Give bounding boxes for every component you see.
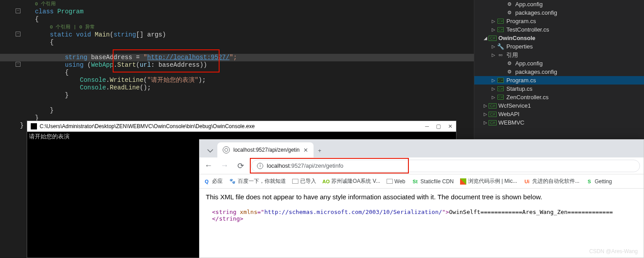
fold-icon[interactable]: − bbox=[16, 8, 20, 13]
fold-icon[interactable]: − bbox=[16, 62, 20, 67]
code-editor[interactable]: 0 个引用 − class Program { 0 个引用 | 0 异常 − s… bbox=[0, 0, 474, 133]
bookmark-icon bbox=[387, 179, 393, 184]
bookmark-icon: 🐾 bbox=[229, 178, 236, 185]
bookmark-label: Staticfile CDN bbox=[420, 178, 454, 185]
highlight-box bbox=[113, 49, 220, 73]
tree-item[interactable]: ▷C#Startup.cs bbox=[474, 85, 644, 93]
console-title-text: C:\Users\Administrator\Desktop\ZEN\WEBMV… bbox=[40, 123, 255, 129]
bookmark-label: 苏州诚隆OA系统 V... bbox=[331, 177, 380, 185]
caret-icon: ▷ bbox=[490, 27, 497, 32]
tree-item-label: Program.cs bbox=[506, 77, 536, 84]
close-icon[interactable]: ✕ bbox=[448, 123, 452, 129]
fold-icon[interactable]: − bbox=[16, 32, 20, 36]
xml-source: <string xmlns="http://schemas.microsoft.… bbox=[206, 209, 637, 222]
address-bar[interactable]: i localhost:9527/api/zen/getinfo bbox=[251, 160, 640, 172]
file-icon: ⚙ bbox=[505, 69, 514, 75]
file-icon: ⚙ bbox=[505, 10, 514, 16]
tree-item[interactable]: ▷C#WcfService1 bbox=[474, 101, 644, 110]
tree-item-label: OwinConsole bbox=[498, 35, 535, 41]
browser-content: This XML file does not appear to have an… bbox=[200, 189, 644, 226]
tree-item[interactable]: ⚙packages.config bbox=[474, 68, 644, 76]
tree-item-label: WcfService1 bbox=[498, 102, 531, 109]
tree-item[interactable]: ▷C#WEBMVC bbox=[474, 118, 644, 127]
forward-icon[interactable]: → bbox=[219, 161, 230, 170]
caret-icon: ▷ bbox=[490, 95, 497, 100]
bookmark-label: 必应 bbox=[212, 177, 223, 185]
tree-item-label: TestController.cs bbox=[506, 26, 549, 33]
file-icon: C# bbox=[497, 19, 505, 24]
caret-icon: ▷ bbox=[490, 44, 497, 49]
browser-menu-icon[interactable] bbox=[203, 148, 217, 154]
tree-item[interactable]: ▷C#WebAPI bbox=[474, 110, 644, 118]
tree-item[interactable]: ⚙App.config bbox=[474, 59, 644, 68]
browser-window: localhost:9527/api/zen/getin ✕ + ← → ⟳ i… bbox=[199, 139, 644, 258]
console-app-icon bbox=[31, 123, 37, 129]
caret-icon: ▷ bbox=[482, 120, 489, 125]
bookmark-label: 浏览代码示例 | Mic... bbox=[468, 177, 517, 185]
file-icon: C# bbox=[497, 86, 505, 91]
bookmark-item[interactable]: 浏览代码示例 | Mic... bbox=[460, 177, 517, 185]
back-icon[interactable]: ← bbox=[203, 161, 214, 170]
file-icon: C# bbox=[497, 27, 505, 32]
tree-item-label: Properties bbox=[506, 43, 533, 50]
site-info-icon[interactable]: i bbox=[257, 163, 263, 169]
bookmark-icon: Q bbox=[203, 178, 210, 185]
browser-tab[interactable]: localhost:9527/api/zen/getin ✕ bbox=[217, 142, 314, 157]
bookmark-icon: St bbox=[412, 178, 419, 185]
bookmark-label: 百度一下，你就知道 bbox=[238, 177, 286, 185]
caret-icon: ▷ bbox=[490, 78, 497, 83]
file-icon: C# bbox=[489, 120, 497, 125]
caret-icon: ▷ bbox=[490, 86, 497, 91]
new-tab-button[interactable]: + bbox=[314, 147, 326, 154]
tab-title: localhost:9527/api/zen/getin bbox=[233, 147, 300, 153]
bookmark-label: 先进的自动化软件... bbox=[532, 177, 579, 185]
minimize-icon[interactable]: ─ bbox=[425, 123, 429, 129]
tree-item[interactable]: ▷C#Program.cs bbox=[474, 17, 644, 25]
tree-item-label: WEBMVC bbox=[498, 119, 525, 126]
file-icon: C# bbox=[489, 103, 497, 109]
tree-item[interactable]: ▷C#TestController.cs bbox=[474, 25, 644, 34]
tree-item-label: Startup.cs bbox=[506, 85, 533, 92]
file-icon: C# bbox=[497, 95, 505, 100]
references-label: 0 个引用 | 0 异常 bbox=[50, 24, 95, 30]
caret-icon: ▷ bbox=[482, 112, 489, 117]
tree-item-label: WebAPI bbox=[498, 111, 519, 117]
bookmark-item[interactable]: 🐾百度一下，你就知道 bbox=[229, 177, 286, 185]
tree-item-label: 引用 bbox=[506, 51, 518, 59]
tree-item[interactable]: ▷C#Program.cs bbox=[474, 76, 644, 85]
tree-item[interactable]: ⚙App.config bbox=[474, 0, 644, 8]
caret-icon: ◢ bbox=[482, 36, 489, 40]
xml-notice: This XML file does not appear to have an… bbox=[206, 193, 637, 201]
bookmark-item[interactable]: 已导入 bbox=[292, 177, 316, 185]
tree-item[interactable]: ◢C#OwinConsole bbox=[474, 34, 644, 42]
bookmark-item[interactable]: Ui先进的自动化软件... bbox=[523, 177, 579, 185]
console-titlebar[interactable]: C:\Users\Administrator\Desktop\ZEN\WEBMV… bbox=[27, 121, 456, 132]
file-icon: ⚙ bbox=[505, 1, 514, 7]
maximize-icon[interactable]: ▢ bbox=[436, 123, 441, 129]
caret-icon: ▷ bbox=[490, 52, 497, 57]
bookmark-item[interactable]: StStaticfile CDN bbox=[412, 178, 454, 185]
bookmark-label: Getting bbox=[595, 178, 612, 185]
caret-icon: ▷ bbox=[482, 103, 489, 108]
tree-item[interactable]: ▷🔧Properties bbox=[474, 42, 644, 51]
reload-icon[interactable]: ⟳ bbox=[235, 161, 246, 171]
file-icon: C# bbox=[489, 36, 497, 41]
bookmark-item[interactable]: Q必应 bbox=[203, 177, 223, 185]
tree-item-label: App.config bbox=[515, 60, 542, 67]
tree-item[interactable]: ▷C#ZenController.cs bbox=[474, 93, 644, 101]
tree-item[interactable]: ⚙packages.config bbox=[474, 8, 644, 17]
tree-item-label: App.config bbox=[515, 1, 542, 8]
bookmark-item[interactable]: AO苏州诚隆OA系统 V... bbox=[322, 177, 380, 185]
tree-item-label: packages.config bbox=[515, 69, 557, 75]
bookmark-item[interactable]: SGetting bbox=[586, 178, 612, 185]
bookmark-icon bbox=[292, 179, 298, 184]
browser-navbar: ← → ⟳ i localhost:9527/api/zen/getinfo bbox=[200, 157, 644, 174]
file-icon: C# bbox=[497, 78, 505, 83]
file-icon: ⚙ bbox=[505, 60, 514, 66]
tree-item[interactable]: ▷▫▫引用 bbox=[474, 51, 644, 59]
bookmark-icon: S bbox=[586, 178, 593, 185]
close-tab-icon[interactable]: ✕ bbox=[303, 147, 308, 153]
tab-strip: localhost:9527/api/zen/getin ✕ + bbox=[200, 140, 644, 157]
bookmark-item[interactable]: Web bbox=[387, 178, 405, 185]
file-icon: 🔧 bbox=[497, 43, 505, 50]
